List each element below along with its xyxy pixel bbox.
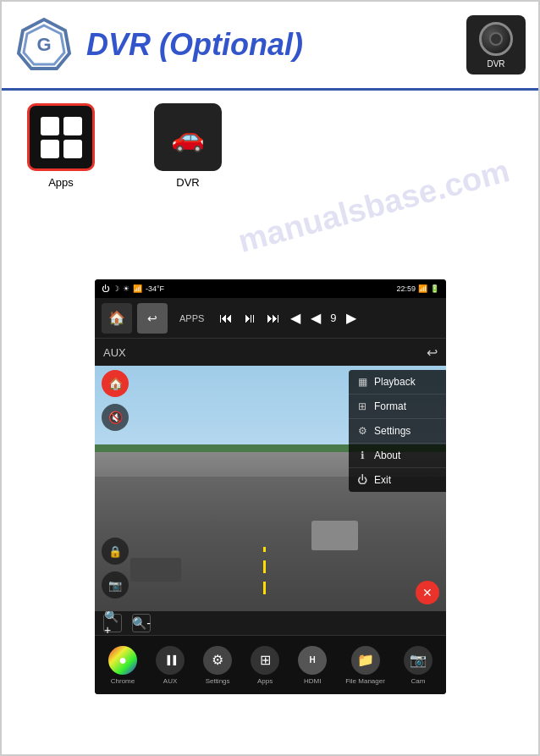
moon-icon: ☽ [113,284,119,293]
settings-dock-label: Settings [206,677,230,685]
file-manager-icon: 📁 [351,646,380,675]
skip-prev-button[interactable]: ⏮ [216,309,236,328]
dock-settings[interactable]: ⚙ Settings [203,646,232,685]
dvr-app-box[interactable]: 🚗 [154,103,222,171]
bottom-dock: ● Chrome ▐▐ AUX ⚙ Settings ⊞ Apps H HDMI… [95,635,446,694]
signal-icon: 📶 [133,284,142,293]
car-1 [311,521,358,550]
status-bar: ⏻ ☽ ☀ 📶 -34°F 22:59 📶 🔋 [95,279,446,298]
hdmi-label: HDMI [304,677,321,685]
track-number: 9 [330,312,336,324]
apps-grid-cell [63,117,82,135]
hdmi-icon: H [298,646,327,675]
page: G DVR (Optional) DVR Apps � [0,0,540,756]
back-arrow-icon[interactable]: ↩ [427,345,438,361]
lock-button[interactable]: 🔒 [102,538,129,565]
apps-icon-box[interactable] [27,103,95,171]
apps-grid-cell [63,140,82,158]
mute-button[interactable]: 🔇 [102,404,129,431]
apps-grid-cell [41,117,59,135]
apps-nav-label: APPS [179,313,204,323]
zoom-bar: 🔍+ 🔍- [95,611,446,635]
dock-hdmi[interactable]: H HDMI [298,646,327,685]
menu-item-about[interactable]: ℹ About [349,444,446,468]
chrome-label: Chrome [111,677,135,685]
settings-label: Settings [374,425,411,437]
aux-label: AUX [103,346,126,359]
zoom-in-button[interactable]: 🔍+ [103,614,122,632]
status-right: 22:59 📶 🔋 [396,284,439,293]
brightness-icon: ☀ [123,284,129,293]
screen-mockup: ⏻ ☽ ☀ 📶 -34°F 22:59 📶 🔋 🏠 ↩ APPS ⏮ ⏯ ⏭ ◀ [95,279,446,694]
car-2 [130,558,181,582]
aux-bar: AUX ↩ [95,339,446,366]
right-menu: ▦ Playback ⊞ Format ⚙ Settings ℹ About ⏻ [349,370,446,492]
dock-chrome[interactable]: ● Chrome [108,646,137,685]
dock-aux[interactable]: ▐▐ AUX [156,646,185,685]
menu-item-exit[interactable]: ⏻ Exit [349,468,446,492]
svg-text:G: G [36,34,51,55]
status-left: ⏻ ☽ ☀ 📶 -34°F [102,284,164,293]
dock-files[interactable]: 📁 File Manager [345,646,385,685]
menu-item-playback[interactable]: ▦ Playback [349,370,446,395]
nav-controls: ⏮ ⏯ ⏭ ◀ ◀ 9 ▶ [216,308,359,328]
header: G DVR (Optional) DVR [2,2,538,91]
format-icon: ⊞ [355,400,369,412]
next-track-button[interactable]: ▶ [343,308,360,328]
dvr-header-label: DVR [487,59,504,69]
apps-label: Apps [48,176,74,189]
home-button[interactable]: 🏠 [102,303,132,334]
dvr-app-label: DVR [176,176,199,189]
apps-dock-label: Apps [257,677,273,685]
temperature: -34°F [146,284,164,293]
dvr-app-icon[interactable]: 🚗 DVR [154,103,222,189]
zoom-in-icon: 🔍+ [104,610,121,637]
dock-cam[interactable]: 📷 Cam [404,646,433,685]
cam-icon: 📷 [404,646,433,675]
dvr-header-icon: DVR [466,15,526,74]
apps-icon[interactable]: Apps [27,103,95,189]
apps-dock-icon: ⊞ [251,646,279,675]
about-icon: ℹ [355,450,369,461]
menu-item-format[interactable]: ⊞ Format [349,395,446,419]
cam-label: Cam [411,677,425,685]
play-pause-button[interactable]: ⏯ [240,309,260,328]
road-bg [95,477,446,612]
power-icon: ⏻ [102,284,109,293]
menu-item-settings[interactable]: ⚙ Settings [349,419,446,444]
zoom-out-icon: 🔍- [132,616,151,630]
apps-grid [41,117,82,158]
nav-bar: 🏠 ↩ APPS ⏮ ⏯ ⏭ ◀ ◀ 9 ▶ [95,298,446,339]
battery-icon: 🔋 [430,284,439,293]
close-button[interactable]: ✕ [416,581,439,604]
apps-grid-cell [41,140,59,158]
aux-dock-label: AUX [163,677,177,685]
playback-label: Playback [374,376,416,388]
settings-menu-icon: ⚙ [355,425,369,437]
left-icons: 🏠 🔇 [102,370,129,431]
format-label: Format [374,400,406,412]
dock-apps[interactable]: ⊞ Apps [251,646,279,685]
vol-down-button[interactable]: ◀ [307,308,324,328]
about-label: About [374,450,400,461]
zoom-out-button[interactable]: 🔍- [132,614,151,632]
skip-next-button[interactable]: ⏭ [263,309,284,328]
playback-icon: ▦ [355,376,369,388]
camera-feed: 🏠 🔇 🔒 📷 ▦ Playback ⊞ Format ⚙ Sett [95,366,446,611]
aux-icon: ▐▐ [156,646,185,675]
settings-icon: ⚙ [203,646,232,675]
back-button[interactable]: ↩ [137,303,168,334]
home-overlay-button[interactable]: 🏠 [102,370,129,397]
road-yellow-line [263,547,266,594]
dvr-camera-circle [479,22,513,56]
wifi-icon: 📶 [418,284,427,293]
logo: G [14,15,74,74]
camera-button[interactable]: 📷 [102,571,129,599]
prev-track-button[interactable]: ◀ [287,308,304,328]
exit-icon: ⏻ [355,474,369,486]
time-display: 22:59 [396,284,416,293]
apps-row: Apps 🚗 DVR [2,91,538,201]
file-manager-label: File Manager [345,677,385,685]
exit-label: Exit [374,474,391,486]
page-title: DVR (Optional) [86,27,466,63]
